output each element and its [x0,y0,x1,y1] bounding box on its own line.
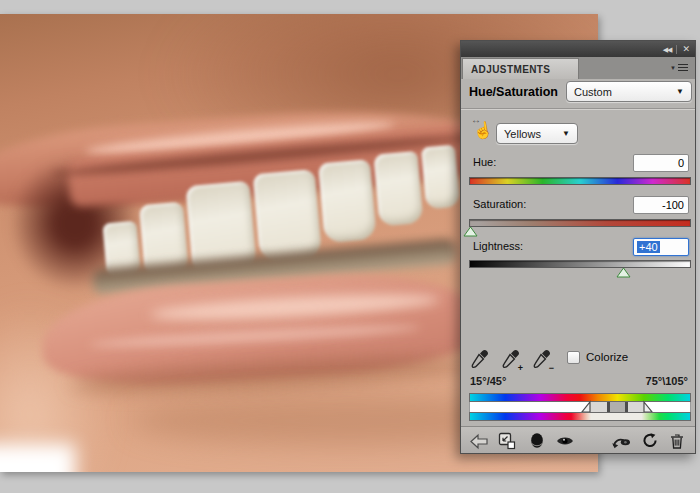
tooth [318,159,377,243]
tooth [373,151,423,227]
saturation-value-input[interactable]: -100 [633,196,689,214]
colorize-label: Colorize [586,351,628,363]
lightness-label: Lightness: [473,240,523,252]
adjustment-layer-icon [530,432,544,450]
eyedropper-subtract-button[interactable]: − [531,349,553,371]
range-handle-inner-left[interactable] [607,402,610,412]
pointing-hand-icon: ☝ [472,120,494,142]
hue-ramp-original [469,393,691,402]
desaturated-band [470,413,690,420]
trash-icon [670,433,684,449]
saturation-slider-handle[interactable] [464,227,477,236]
channel-select-value: Yellows [504,128,541,140]
range-left-degrees: 15°/45° [470,375,506,387]
return-to-adjustment-list-button[interactable] [469,431,489,451]
delete-adjustment-button[interactable] [667,431,687,451]
view-previous-state-button[interactable] [611,431,631,451]
hue-range-ramps [469,393,691,421]
adjustments-panel: ◀◀ ✕ ADJUSTMENTS ▼ Hue/Saturation Custom… [460,40,696,454]
eyedropper-add-button[interactable]: + [500,349,522,371]
preset-select-value: Custom [574,86,612,98]
toggle-layer-visibility-button[interactable] [555,431,575,451]
range-falloff-right [626,402,644,412]
eye-with-arrow-icon [611,433,631,449]
panel-tabbar: ADJUSTMENTS ▼ [461,57,695,79]
close-panel-icon[interactable]: ✕ [677,45,695,54]
range-right-degrees: 75°\105° [646,375,688,387]
panel-body: Hue/Saturation Custom ▼ ↔ ☝ Yellows ▼ Hu… [461,79,695,428]
panel-titlebar[interactable]: ◀◀ ✕ [461,41,695,57]
adjustment-layer-button[interactable] [527,431,547,451]
range-handle-outer-left[interactable] [582,402,590,412]
eyedropper-icon [469,349,489,369]
eyedropper-sample-button[interactable] [469,349,491,371]
lightness-value-input[interactable]: +40 [633,238,689,256]
panel-menu-arrow-icon: ▼ [670,65,676,71]
colorize-checkbox[interactable] [567,351,580,364]
panel-menu-lines-icon [678,64,688,73]
eyedropper-group: + − [469,349,553,373]
back-arrow-icon [470,434,488,449]
lightness-slider-handle[interactable] [617,268,630,277]
saturation-gradient-bar[interactable] [469,219,691,227]
plus-sign: + [518,363,523,373]
range-core [608,402,626,412]
separator [461,108,695,110]
range-handle-outer-right[interactable] [644,402,652,412]
hue-value: 0 [678,157,684,169]
tooth [421,145,460,210]
hue-value-input[interactable]: 0 [633,154,689,172]
preset-select[interactable]: Custom ▼ [566,81,692,102]
tab-adjustments[interactable]: ADJUSTMENTS [462,58,579,79]
adjustment-title: Hue/Saturation [469,85,558,99]
lightness-value: +40 [637,241,660,253]
hue-gradient-bar[interactable] [469,177,691,185]
tab-adjustments-label: ADJUSTMENTS [471,64,550,75]
photoshop-workspace: ◀◀ ✕ ADJUSTMENTS ▼ Hue/Saturation Custom… [0,0,700,493]
dropdown-arrow-icon: ▼ [676,87,684,96]
saturation-label: Saturation: [473,198,526,210]
clip-to-layer-button[interactable] [497,431,517,451]
hue-label: Hue: [473,156,496,168]
saturation-value: -100 [662,199,684,211]
collapse-to-icons-icon[interactable]: ◀◀ [658,46,677,53]
hue-ramp-adjusted [469,412,691,421]
clip-to-layer-icon [498,432,516,450]
range-slider-strip[interactable] [469,402,691,412]
panel-menu-button[interactable]: ▼ [670,62,688,74]
blown-highlight-corner [0,444,75,472]
eye-icon [556,435,574,447]
range-falloff-left [589,402,608,412]
minus-sign: − [549,363,554,373]
channel-select[interactable]: Yellows ▼ [496,123,578,144]
panel-toolbar [461,426,695,453]
lightness-gradient-bar[interactable] [469,260,691,268]
reset-circular-arrow-icon [642,433,658,449]
reset-adjustment-button[interactable] [640,431,660,451]
targeted-adjustment-tool-button[interactable]: ↔ ☝ [470,116,494,146]
range-handle-inner-right[interactable] [625,402,628,412]
dropdown-arrow-icon: ▼ [562,129,570,138]
